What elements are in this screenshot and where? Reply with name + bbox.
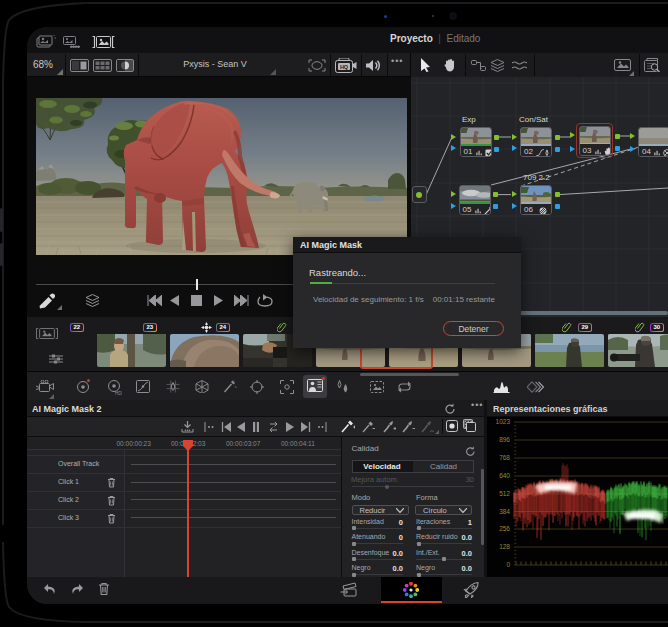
svg-text:HDR: HDR xyxy=(115,391,122,396)
svg-text:HQ: HQ xyxy=(340,64,349,70)
